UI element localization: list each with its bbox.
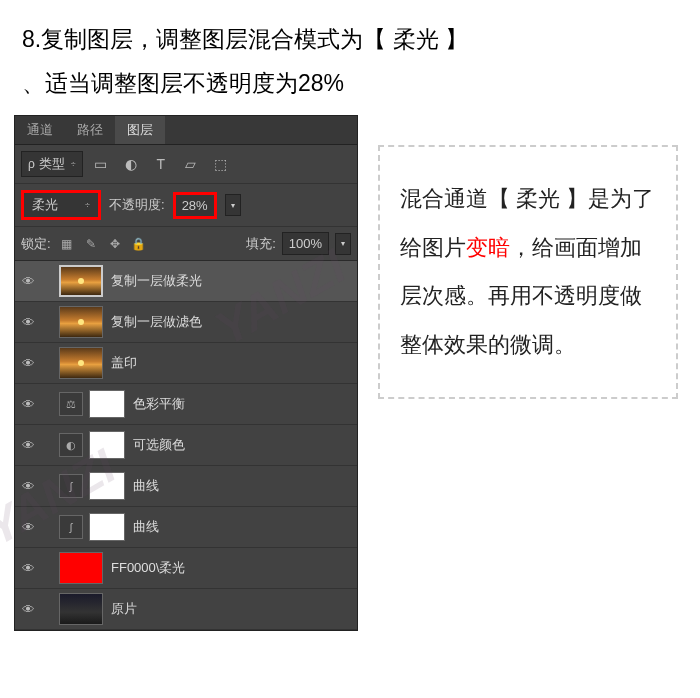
layer-row[interactable]: 👁 ∫ 曲线 bbox=[15, 507, 357, 548]
filter-smart-icon[interactable]: ⬚ bbox=[209, 153, 233, 175]
instruction-line2: 、适当调整图层不透明度为28% bbox=[22, 62, 678, 106]
blend-mode-select[interactable]: 柔光 ÷ bbox=[21, 190, 101, 220]
layer-row[interactable]: 👁 复制一层做滤色 bbox=[15, 302, 357, 343]
layer-name: 色彩平衡 bbox=[133, 395, 185, 413]
layer-name: 曲线 bbox=[133, 477, 159, 495]
lock-position-icon[interactable]: ✥ bbox=[105, 235, 125, 253]
kind-filter[interactable]: ρ 类型 ÷ bbox=[21, 151, 83, 177]
visibility-toggle[interactable]: 👁 bbox=[15, 356, 41, 371]
fill-dropdown[interactable]: ▾ bbox=[335, 233, 351, 255]
blend-mode-value: 柔光 bbox=[32, 196, 58, 214]
visibility-toggle[interactable]: 👁 bbox=[15, 520, 41, 535]
layer-row[interactable]: 👁 ∫ 曲线 bbox=[15, 466, 357, 507]
chevron-down-icon: ÷ bbox=[71, 159, 76, 169]
annotation-note: 混合通道【 柔光 】是为了给图片变暗，给画面增加层次感。再用不透明度做整体效果的… bbox=[378, 145, 678, 399]
visibility-toggle[interactable]: 👁 bbox=[15, 274, 41, 289]
layer-thumbnail[interactable] bbox=[59, 306, 103, 338]
layer-row[interactable]: 👁 ⚖ 色彩平衡 bbox=[15, 384, 357, 425]
layers-panel: 通道 路径 图层 ρ 类型 ÷ ▭ ◐ T ▱ ⬚ 柔光 ÷ 不透明度: 28%… bbox=[14, 115, 358, 631]
tab-channel[interactable]: 通道 bbox=[15, 116, 65, 144]
lock-transparency-icon[interactable]: ▦ bbox=[57, 235, 77, 253]
visibility-toggle[interactable]: 👁 bbox=[15, 315, 41, 330]
panel-tabs: 通道 路径 图层 bbox=[15, 116, 357, 145]
filter-adjustment-icon[interactable]: ◐ bbox=[119, 153, 143, 175]
opacity-label: 不透明度: bbox=[109, 196, 165, 214]
layers-list: 👁 复制一层做柔光 👁 复制一层做滤色 👁 盖印 👁 ⚖ bbox=[15, 261, 357, 630]
layer-name: FF0000\柔光 bbox=[111, 559, 185, 577]
filter-image-icon[interactable]: ▭ bbox=[89, 153, 113, 175]
layer-row[interactable]: 👁 FF0000\柔光 bbox=[15, 548, 357, 589]
layer-name: 原片 bbox=[111, 600, 137, 618]
adjustment-icon: ∫ bbox=[59, 515, 83, 539]
lock-all-icon[interactable]: 🔒 bbox=[129, 235, 149, 253]
visibility-toggle[interactable]: 👁 bbox=[15, 561, 41, 576]
layer-row[interactable]: 👁 ◐ 可选颜色 bbox=[15, 425, 357, 466]
lock-row: 锁定: ▦ ✎ ✥ 🔒 填充: 100% ▾ bbox=[15, 227, 357, 261]
layer-thumbnail[interactable] bbox=[59, 593, 103, 625]
instruction-text: 8.复制图层，调整图层混合模式为【 柔光 】 、适当调整图层不透明度为28% bbox=[0, 0, 700, 115]
search-icon: ρ bbox=[28, 157, 35, 171]
chevron-down-icon: ÷ bbox=[85, 200, 90, 210]
note-text-red: 变暗 bbox=[466, 235, 510, 260]
blend-row: 柔光 ÷ 不透明度: 28% ▾ bbox=[15, 184, 357, 227]
visibility-toggle[interactable]: 👁 bbox=[15, 397, 41, 412]
instruction-line1: 8.复制图层，调整图层混合模式为【 柔光 】 bbox=[22, 18, 678, 62]
layer-row[interactable]: 👁 盖印 bbox=[15, 343, 357, 384]
layer-name: 盖印 bbox=[111, 354, 137, 372]
adjustment-icon: ∫ bbox=[59, 474, 83, 498]
adjustment-icon: ⚖ bbox=[59, 392, 83, 416]
adjustment-icon: ◐ bbox=[59, 433, 83, 457]
layer-name: 可选颜色 bbox=[133, 436, 185, 454]
tab-path[interactable]: 路径 bbox=[65, 116, 115, 144]
layer-name: 曲线 bbox=[133, 518, 159, 536]
layer-name: 复制一层做柔光 bbox=[111, 272, 202, 290]
opacity-value[interactable]: 28% bbox=[173, 192, 217, 219]
visibility-toggle[interactable]: 👁 bbox=[15, 602, 41, 617]
layer-mask[interactable] bbox=[89, 431, 125, 459]
filter-label: 类型 bbox=[39, 155, 65, 173]
lock-label: 锁定: bbox=[21, 235, 51, 253]
layer-row[interactable]: 👁 原片 bbox=[15, 589, 357, 630]
filter-shape-icon[interactable]: ▱ bbox=[179, 153, 203, 175]
tab-layer[interactable]: 图层 bbox=[115, 116, 165, 144]
opacity-dropdown[interactable]: ▾ bbox=[225, 194, 241, 216]
layer-mask[interactable] bbox=[89, 390, 125, 418]
layer-mask[interactable] bbox=[89, 472, 125, 500]
fill-label: 填充: bbox=[246, 235, 276, 253]
layer-thumbnail[interactable] bbox=[59, 347, 103, 379]
layer-mask[interactable] bbox=[89, 513, 125, 541]
layer-thumbnail[interactable] bbox=[59, 265, 103, 297]
layer-row[interactable]: 👁 复制一层做柔光 bbox=[15, 261, 357, 302]
layer-thumbnail[interactable] bbox=[59, 552, 103, 584]
visibility-toggle[interactable]: 👁 bbox=[15, 479, 41, 494]
fill-value[interactable]: 100% bbox=[282, 232, 329, 255]
filter-text-icon[interactable]: T bbox=[149, 153, 173, 175]
lock-paint-icon[interactable]: ✎ bbox=[81, 235, 101, 253]
filter-row: ρ 类型 ÷ ▭ ◐ T ▱ ⬚ bbox=[15, 145, 357, 184]
visibility-toggle[interactable]: 👁 bbox=[15, 438, 41, 453]
layer-name: 复制一层做滤色 bbox=[111, 313, 202, 331]
